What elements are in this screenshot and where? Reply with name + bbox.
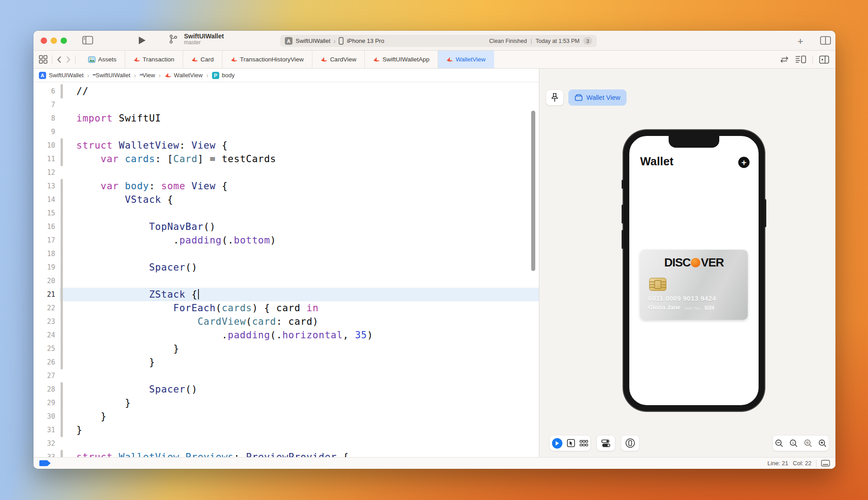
tab-transactionhistoryview[interactable]: TransactionHistoryView	[222, 51, 312, 68]
code-line-30[interactable]: 30 }	[33, 410, 539, 423]
go-back-icon[interactable]	[57, 56, 61, 63]
variants-mode-icon[interactable]	[580, 440, 588, 447]
zoom-window-button[interactable]	[61, 37, 67, 44]
toggle-navigator-icon[interactable]	[82, 36, 93, 45]
tab-cardview[interactable]: CardView	[312, 51, 365, 68]
tab-label: TransactionHistoryView	[240, 56, 304, 63]
code-line-24[interactable]: 24 .padding(.horizontal, 35)	[33, 328, 539, 342]
preview-tab-label: Wallet View	[586, 94, 620, 101]
code-line-22[interactable]: 22 ForEach(cards) { card in	[33, 301, 539, 315]
code-line-31[interactable]: 31}	[33, 423, 539, 437]
iphone-preview[interactable]: Wallet + DISCVER	[623, 130, 764, 411]
selectable-mode-icon[interactable]	[567, 439, 575, 447]
pin-preview-button[interactable]	[546, 89, 564, 106]
code-line-8[interactable]: 8import SwiftUI	[33, 112, 539, 125]
code-line-12[interactable]: 12	[33, 166, 539, 179]
build-time: Today at 1:53 PM	[536, 38, 580, 44]
code-text: }	[76, 397, 131, 408]
pushpin-icon	[550, 93, 559, 103]
change-ribbon	[59, 261, 65, 274]
line-number: 24	[33, 331, 59, 339]
code-text: }	[76, 357, 155, 368]
code-line-29[interactable]: 29 }	[33, 396, 539, 410]
line-number: 15	[33, 209, 59, 217]
tab-swiftuiwalletapp[interactable]: SwiftUIWalletApp	[365, 51, 438, 68]
activity-status[interactable]: Clean Finished | Today at 1:53 PM 3	[489, 37, 592, 45]
code-line-19[interactable]: 19 Spacer()	[33, 261, 539, 274]
code-editor[interactable]: 6//78import SwiftUI910struct WalletView:…	[33, 82, 539, 457]
tab-walletview[interactable]: WalletView	[438, 51, 494, 68]
code-line-26[interactable]: 26 }	[33, 355, 539, 369]
preview-mode-toolbar	[549, 435, 591, 451]
line-number: 22	[33, 304, 59, 312]
tab-transaction[interactable]: Transaction	[125, 51, 183, 68]
keyboard-panel-icon[interactable]	[821, 460, 830, 467]
code-line-28[interactable]: 28 Spacer()	[33, 383, 539, 396]
card-number: 6011 0009 9013 9424	[648, 295, 716, 302]
breadcrumb-item-body[interactable]: Pbody	[212, 72, 235, 79]
scheme-selector[interactable]: A SwiftUIWallet › iPhone 13 Pro	[285, 37, 384, 45]
p-icon: P	[212, 72, 219, 79]
change-ribbon	[59, 247, 65, 261]
code-line-20[interactable]: 20	[33, 274, 539, 288]
zoom-fit-icon[interactable]	[804, 439, 812, 448]
related-items-icon[interactable]	[39, 55, 47, 64]
minimap-icon[interactable]	[795, 56, 806, 63]
close-window-button[interactable]	[41, 37, 47, 44]
breadcrumb-label: View	[142, 72, 155, 79]
swap-editor-icon[interactable]	[780, 56, 789, 63]
code-line-7[interactable]: 7	[33, 98, 539, 112]
go-forward-icon[interactable]	[66, 56, 71, 63]
breadcrumb-item-swiftuiwallet[interactable]: SwiftUIWallet	[93, 72, 130, 79]
minimize-window-button[interactable]	[51, 37, 57, 44]
device-settings-button[interactable]	[596, 435, 615, 451]
code-text: Spacer()	[76, 384, 198, 395]
scheme-device-name[interactable]: iPhone 13 Pro	[347, 37, 384, 44]
code-line-6[interactable]: 6//	[33, 84, 539, 98]
code-line-15[interactable]: 15	[33, 206, 539, 220]
device-icon	[339, 37, 344, 45]
swift-file-icon	[231, 56, 237, 63]
add-tab-button[interactable]: +	[797, 36, 803, 47]
zoom-out-icon[interactable]	[775, 439, 783, 448]
live-preview-button[interactable]	[552, 438, 562, 449]
code-text: ZStack {	[76, 289, 199, 300]
zoom-100-icon[interactable]: 1	[789, 439, 798, 448]
git-branch-icon	[169, 34, 178, 44]
breadcrumb-item-swiftuiwallet[interactable]: ASwiftUIWallet	[39, 72, 84, 79]
line-number: 23	[33, 318, 59, 326]
code-line-23[interactable]: 23 CardView(card: card)	[33, 315, 539, 328]
breadcrumb-label: body	[222, 72, 235, 79]
code-line-16[interactable]: 16 TopNavBar()	[33, 220, 539, 234]
discover-card[interactable]: DISCVER 6011 0	[640, 250, 748, 320]
code-line-21[interactable]: 21 ZStack {	[33, 288, 539, 301]
window-project-title: SwiftUIWallet	[184, 33, 224, 40]
breadcrumb-item-walletview[interactable]: WalletView	[165, 72, 203, 79]
code-line-18[interactable]: 18	[33, 247, 539, 261]
add-editor-icon[interactable]	[819, 56, 829, 64]
issue-count-badge[interactable]: 3	[583, 37, 592, 45]
code-line-32[interactable]: 32	[33, 437, 539, 450]
change-ribbon	[59, 139, 65, 152]
zoom-in-icon[interactable]	[818, 439, 827, 448]
code-line-27[interactable]: 27	[33, 369, 539, 383]
code-line-14[interactable]: 14 VStack {	[33, 193, 539, 206]
breadcrumb-item-view[interactable]: View	[140, 72, 155, 79]
tab-card[interactable]: Card	[183, 51, 222, 68]
show-editor-options-icon[interactable]	[820, 36, 831, 45]
code-text: VStack {	[76, 194, 173, 205]
code-line-25[interactable]: 25 }	[33, 342, 539, 355]
preview-tab[interactable]: Wallet View	[568, 89, 627, 106]
code-line-11[interactable]: 11 var cards: [Card] = testCards	[33, 152, 539, 166]
code-line-33[interactable]: 33struct WalletView_Previews: PreviewPro…	[33, 450, 539, 457]
code-line-10[interactable]: 10struct WalletView: View {	[33, 139, 539, 152]
tab-assets[interactable]: Assets	[80, 51, 125, 68]
run-button[interactable]	[138, 36, 146, 45]
code-line-17[interactable]: 17 .padding(.bottom)	[33, 234, 539, 247]
code-line-9[interactable]: 9	[33, 125, 539, 139]
add-card-button[interactable]: +	[738, 157, 750, 168]
preview-device-button[interactable]	[621, 435, 640, 451]
code-line-13[interactable]: 13 var body: some View {	[33, 179, 539, 193]
line-number: 12	[33, 168, 59, 177]
bookmark-tag-icon[interactable]	[39, 460, 51, 466]
